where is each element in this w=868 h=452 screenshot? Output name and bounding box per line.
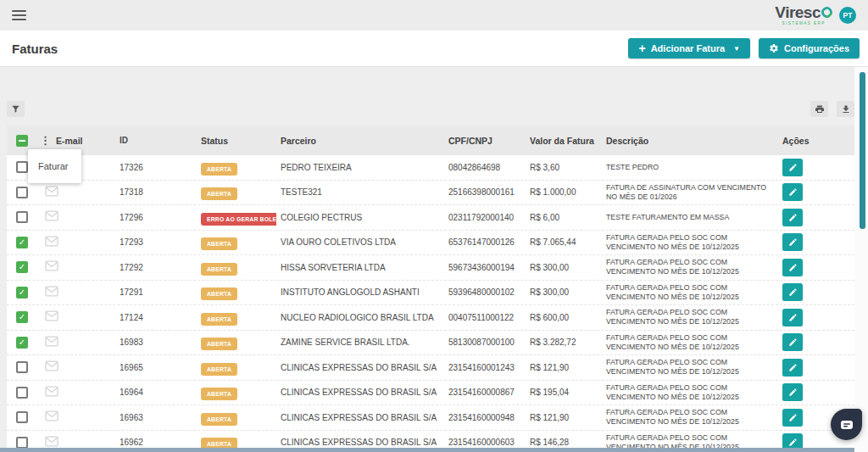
- select-all-checkbox[interactable]: [16, 135, 28, 147]
- row-checkbox[interactable]: [16, 211, 28, 223]
- hamburger-menu-icon[interactable]: [12, 10, 26, 20]
- status-cell: ABERTA: [197, 284, 276, 300]
- pencil-icon: [788, 413, 798, 422]
- valor-da-fatura: R$ 600,00: [526, 313, 602, 322]
- pencil-icon: [788, 338, 798, 347]
- email-icon[interactable]: [45, 186, 58, 197]
- col-label-id: ID: [114, 136, 197, 145]
- row-checkbox[interactable]: ✓: [16, 311, 28, 323]
- download-button[interactable]: [837, 101, 854, 117]
- table-header-row: ⋮ E-mail ID Status Parceiro CPF/CNPJ Val…: [7, 126, 854, 155]
- filter-button[interactable]: [7, 101, 25, 117]
- valor-da-fatura: R$ 121,90: [526, 363, 602, 372]
- fatura-id: 16965: [114, 363, 197, 372]
- acoes-cell: [774, 159, 854, 176]
- locale-badge-pt[interactable]: PT: [839, 7, 856, 24]
- parceiro: CLINICAS EXPRESSAS DO BRASIL S/A: [276, 388, 444, 397]
- email-icon[interactable]: [45, 310, 58, 321]
- edit-button[interactable]: [782, 159, 803, 176]
- print-button[interactable]: [810, 101, 828, 117]
- app-root: Viresc SISTEMAS ERP PT Faturas + Adicion…: [0, 0, 868, 452]
- status-badge: ABERTA: [201, 287, 237, 300]
- status-cell: ABERTA: [197, 310, 276, 326]
- email-icon[interactable]: [45, 210, 58, 221]
- row-checkbox[interactable]: ✓: [16, 287, 28, 299]
- edit-button[interactable]: [782, 383, 803, 401]
- row-checkbox[interactable]: [16, 361, 28, 373]
- pencil-icon: [788, 163, 798, 172]
- kebab-menu-icon[interactable]: ⋮: [40, 135, 51, 146]
- descricao: FATURA GERADA PELO SOC COM VENCIMENTO NO…: [602, 408, 774, 427]
- pencil-icon: [788, 187, 798, 197]
- pencil-icon: [788, 287, 798, 297]
- table-row: ✓17124ABERTANUCLEO RADIOLOGICO BRASIL LT…: [7, 305, 854, 331]
- vertical-scrollbar-thumb[interactable]: [860, 72, 865, 229]
- email-icon[interactable]: [45, 236, 58, 247]
- row-checkbox[interactable]: ✓: [16, 261, 28, 273]
- email-icon[interactable]: [45, 336, 58, 347]
- descricao: TESTE FATURAMENTO EM MASSA: [602, 213, 774, 222]
- row-checkbox[interactable]: [16, 411, 28, 423]
- pencil-icon: [788, 213, 798, 222]
- chat-launcher-button[interactable]: [831, 409, 862, 440]
- row-checkbox[interactable]: [16, 187, 28, 198]
- settings-button[interactable]: Configurações: [759, 38, 860, 59]
- row-checkbox[interactable]: [16, 161, 28, 173]
- table-row: 16964ABERTACLINICAS EXPRESSAS DO BRASIL …: [7, 381, 854, 406]
- edit-button[interactable]: [782, 183, 803, 201]
- table-row: 16963ABERTACLINICAS EXPRESSAS DO BRASIL …: [7, 405, 854, 431]
- email-icon[interactable]: [45, 410, 58, 421]
- edit-button[interactable]: [782, 309, 803, 326]
- fatura-id: 17124: [114, 313, 197, 322]
- status-cell: ABERTA: [197, 360, 276, 376]
- descricao: FATURA GERADA PELO SOC COM VENCIMENTO NO…: [602, 383, 774, 402]
- email-icon[interactable]: [45, 436, 58, 447]
- status-cell: ABERTA: [197, 159, 276, 176]
- row-checkbox-cell: [7, 437, 36, 449]
- email-icon[interactable]: [45, 286, 58, 297]
- fatura-id: 17293: [114, 237, 197, 247]
- row-checkbox[interactable]: [16, 387, 28, 399]
- edit-button[interactable]: [782, 233, 803, 251]
- add-fatura-button[interactable]: + Adicionar Fatura ▼: [628, 38, 750, 59]
- valor-da-fatura: R$ 7.065,44: [526, 237, 602, 247]
- row-checkbox[interactable]: [16, 437, 28, 449]
- edit-button[interactable]: [782, 259, 803, 276]
- parceiro: INSTITUTO ANGLOGOLD ASHANTI: [276, 287, 444, 297]
- status-badge: ABERTA: [201, 338, 237, 350]
- status-badge: ABERTA: [201, 313, 237, 326]
- acoes-cell: [774, 209, 854, 226]
- pencil-icon: [788, 313, 798, 322]
- pencil-icon: [788, 363, 798, 372]
- row-checkbox[interactable]: ✓: [16, 337, 28, 349]
- edit-button[interactable]: [782, 283, 803, 301]
- email-icon[interactable]: [45, 360, 58, 371]
- row-checkbox-cell: ✓: [7, 261, 36, 273]
- add-fatura-label: Adicionar Fatura: [651, 43, 725, 53]
- acoes-cell: [774, 309, 854, 326]
- plus-icon: +: [638, 42, 645, 54]
- parceiro: NUCLEO RADIOLOGICO BRASIL LTDA: [276, 313, 444, 322]
- email-icon[interactable]: [45, 386, 58, 397]
- row-checkbox[interactable]: ✓: [16, 237, 28, 248]
- horizontal-scrollbar[interactable]: [0, 448, 854, 452]
- row-email-cell: [36, 360, 114, 375]
- edit-button[interactable]: [782, 409, 803, 427]
- descricao: FATURA GERADA PELO SOC COM VENCIMENTO NO…: [602, 333, 774, 352]
- row-email-cell: [36, 385, 114, 400]
- menu-item-faturar[interactable]: Faturar: [28, 154, 81, 178]
- descricao: FATURA GERADA PELO SOC COM VENCIMENTO NO…: [602, 283, 774, 302]
- row-email-cell: [36, 335, 114, 350]
- edit-button[interactable]: [782, 209, 803, 226]
- gear-icon: [769, 43, 779, 53]
- cpf-cnpj: 59396480000102: [444, 287, 526, 297]
- row-checkbox-cell: ✓: [7, 237, 36, 248]
- descricao: FATURA GERADA PELO SOC COM VENCIMENTO NO…: [602, 308, 774, 326]
- edit-button[interactable]: [782, 359, 803, 377]
- status-cell: ERRO AO GERAR BOLETO: [197, 209, 276, 226]
- edit-button[interactable]: [782, 333, 803, 351]
- fatura-id: 17291: [114, 287, 197, 297]
- row-checkbox-cell: [7, 187, 36, 198]
- email-icon[interactable]: [45, 260, 58, 271]
- printer-icon: [815, 104, 825, 114]
